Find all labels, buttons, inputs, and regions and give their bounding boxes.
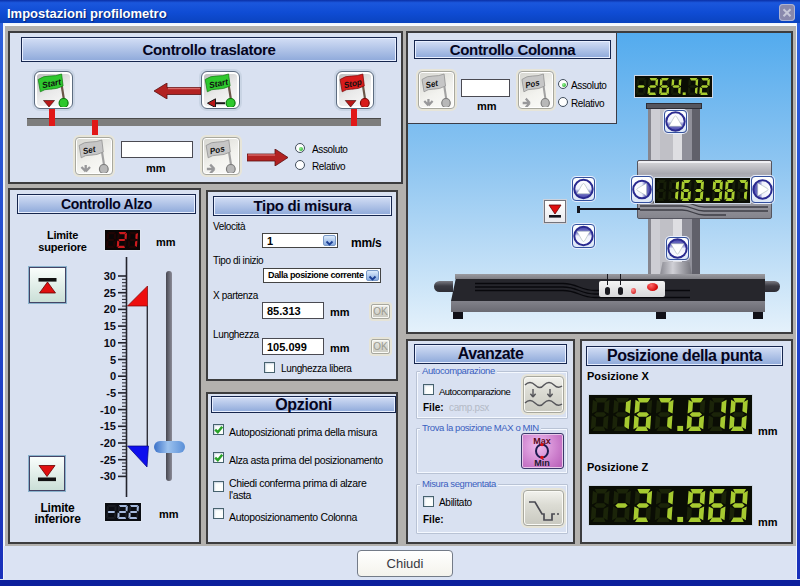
svg-text:30: 30 xyxy=(104,270,116,282)
svg-text:-10: -10 xyxy=(100,404,116,416)
svg-text:0: 0 xyxy=(110,370,116,382)
svg-text:-15: -15 xyxy=(100,420,116,432)
svg-text:10: 10 xyxy=(104,337,116,349)
svg-text:5: 5 xyxy=(110,354,116,366)
svg-text:-5: -5 xyxy=(106,387,116,399)
svg-text:Min: Min xyxy=(534,458,550,468)
svg-text:-30: -30 xyxy=(100,470,116,482)
svg-text:15: 15 xyxy=(104,320,116,332)
svg-text:25: 25 xyxy=(104,287,116,299)
svg-text:-25: -25 xyxy=(100,454,116,466)
svg-text:20: 20 xyxy=(104,303,116,315)
svg-text:-20: -20 xyxy=(100,437,116,449)
